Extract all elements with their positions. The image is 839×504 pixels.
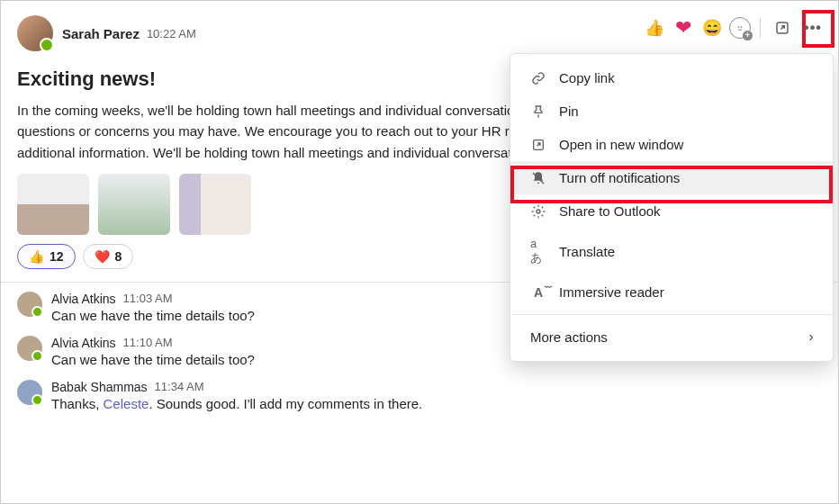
- menu-label: Immersive reader: [559, 284, 664, 300]
- translate-icon: aあ: [530, 237, 546, 266]
- reply-text-pre: Thanks,: [51, 396, 104, 411]
- link-icon: [530, 71, 546, 86]
- svg-point-5: [537, 210, 540, 213]
- menu-copy-link[interactable]: Copy link: [510, 61, 833, 94]
- reply-author: Alvia Atkins: [51, 292, 116, 306]
- menu-label: More actions: [530, 329, 608, 345]
- pop-out-icon[interactable]: [770, 15, 795, 40]
- menu-turn-off-notifications[interactable]: Turn off notifications: [510, 161, 833, 194]
- avatar-babak[interactable]: [17, 380, 42, 405]
- menu-label: Pin: [559, 104, 579, 119]
- immersive-reader-icon: A〰: [530, 285, 546, 300]
- divider: [760, 18, 761, 38]
- message-author: Sarah Parez: [62, 26, 140, 41]
- avatar-sarah[interactable]: [17, 15, 53, 51]
- svg-point-0: [738, 27, 739, 28]
- avatar-alvia[interactable]: [17, 336, 42, 361]
- reply-body: Thanks, Celeste. Sounds good. I'll add m…: [51, 396, 422, 411]
- pin-icon: [530, 104, 546, 119]
- heart-icon[interactable]: ❤: [672, 16, 695, 40]
- menu-label: Translate: [559, 244, 615, 259]
- message-header: Sarah Parez 10:22 AM 👍 ❤ 😄 + •••: [1, 1, 838, 51]
- thumbs-up-icon: 👍: [29, 249, 44, 264]
- thumbs-up-count: 12: [50, 249, 64, 264]
- laugh-icon[interactable]: 😄: [700, 16, 724, 40]
- menu-label: Copy link: [559, 70, 615, 86]
- reply: Babak Shammas 11:34 AM Thanks, Celeste. …: [1, 371, 838, 415]
- reply-body: Can we have the time details too?: [51, 308, 255, 323]
- pop-out-icon: [530, 138, 546, 152]
- reply-text-post: . Sounds good. I'll add my comments in t…: [149, 396, 422, 411]
- thumbs-up-icon[interactable]: 👍: [643, 16, 666, 40]
- add-reaction-icon[interactable]: +: [729, 17, 751, 39]
- chevron-right-icon: [806, 332, 816, 343]
- image-thumbnail[interactable]: [98, 174, 170, 235]
- avatar-alvia[interactable]: [17, 292, 42, 317]
- menu-label: Open in new window: [559, 137, 683, 152]
- heart-icon: ❤️: [95, 249, 110, 264]
- more-options-button[interactable]: •••: [800, 15, 825, 40]
- bell-off-icon: [530, 171, 546, 185]
- mention-link[interactable]: Celeste: [104, 396, 149, 411]
- menu-divider: [510, 314, 833, 315]
- thumbs-up-pill[interactable]: 👍 12: [17, 244, 76, 269]
- image-thumbnail[interactable]: [179, 174, 251, 235]
- svg-point-1: [741, 27, 742, 28]
- message-context-menu: Copy link Pin Open in new window Turn of…: [510, 53, 834, 362]
- menu-label: Turn off notifications: [559, 170, 680, 185]
- reply-time: 11:03 AM: [123, 292, 173, 305]
- reply-time: 11:34 AM: [155, 380, 204, 393]
- menu-more-actions[interactable]: More actions: [510, 320, 833, 354]
- gear-icon: [530, 204, 546, 219]
- reply-body: Can we have the time details too?: [51, 352, 255, 367]
- more-options-icon: •••: [804, 20, 822, 36]
- message-time: 10:22 AM: [147, 27, 196, 40]
- image-thumbnail[interactable]: [17, 174, 89, 235]
- menu-immersive-reader[interactable]: A〰 Immersive reader: [510, 275, 833, 309]
- heart-count: 8: [115, 249, 122, 264]
- reply-author: Alvia Atkins: [51, 336, 116, 350]
- menu-open-new-window[interactable]: Open in new window: [510, 128, 833, 161]
- reply-time: 11:10 AM: [123, 336, 173, 349]
- menu-label: Share to Outlook: [559, 203, 661, 219]
- heart-pill[interactable]: ❤️ 8: [83, 244, 134, 269]
- reply-author: Babak Shammas: [51, 380, 148, 394]
- menu-translate[interactable]: aあ Translate: [510, 228, 833, 275]
- menu-pin[interactable]: Pin: [510, 94, 833, 128]
- message-actions-bar: 👍 ❤ 😄 + •••: [643, 15, 825, 40]
- menu-share-outlook[interactable]: Share to Outlook: [510, 194, 833, 228]
